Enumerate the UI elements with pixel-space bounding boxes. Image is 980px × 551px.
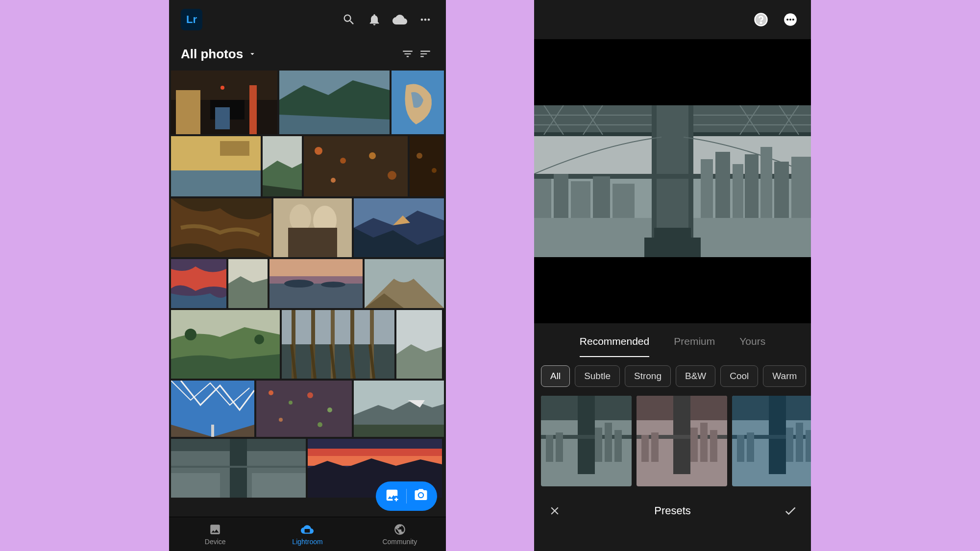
svg-rect-50 xyxy=(211,425,214,437)
svg-rect-10 xyxy=(171,170,261,196)
photo-tile[interactable] xyxy=(270,259,363,308)
svg-rect-125 xyxy=(641,435,649,462)
svg-rect-126 xyxy=(651,432,659,462)
search-icon[interactable] xyxy=(340,11,358,28)
nav-label: Community xyxy=(382,538,417,546)
svg-point-54 xyxy=(307,392,313,398)
svg-point-21 xyxy=(432,168,437,173)
svg-rect-113 xyxy=(595,428,602,462)
svg-point-39 xyxy=(185,329,196,340)
tab-premium[interactable]: Premium xyxy=(674,327,715,356)
svg-rect-114 xyxy=(605,423,612,462)
svg-point-15 xyxy=(340,158,346,164)
svg-rect-59 xyxy=(354,425,444,437)
nav-community[interactable]: Community xyxy=(354,517,446,551)
chip-bw[interactable]: B&W xyxy=(676,365,715,387)
photo-preview[interactable] xyxy=(534,39,811,323)
svg-point-74 xyxy=(786,19,788,21)
photo-tile[interactable] xyxy=(273,198,352,257)
svg-rect-51 xyxy=(256,381,352,437)
chevron-down-icon xyxy=(248,49,257,58)
preset-thumb[interactable] xyxy=(732,396,811,486)
svg-rect-116 xyxy=(546,435,553,462)
preset-tabs: Recommended Premium Yours xyxy=(534,323,811,359)
svg-rect-104 xyxy=(554,174,568,218)
svg-rect-123 xyxy=(700,423,708,462)
svg-rect-108 xyxy=(644,238,701,257)
filter-icon[interactable] xyxy=(399,45,416,63)
cloud-icon[interactable] xyxy=(391,11,409,28)
more-icon[interactable] xyxy=(416,11,434,28)
chip-warm[interactable]: Warm xyxy=(763,365,806,387)
svg-rect-117 xyxy=(556,432,563,462)
svg-rect-103 xyxy=(534,179,551,218)
photo-tile[interactable] xyxy=(171,310,280,379)
svg-point-18 xyxy=(331,178,336,183)
photo-tile[interactable] xyxy=(354,198,444,257)
camera-icon[interactable] xyxy=(414,488,428,504)
svg-rect-19 xyxy=(410,136,444,196)
svg-point-56 xyxy=(279,418,283,422)
photo-tile[interactable] xyxy=(279,71,390,134)
chip-subtle[interactable]: Subtle xyxy=(575,365,620,387)
photo-tile[interactable] xyxy=(171,439,306,498)
photo-tile[interactable] xyxy=(263,136,302,196)
chip-strong[interactable]: Strong xyxy=(625,365,671,387)
svg-point-57 xyxy=(318,422,322,427)
import-icon[interactable] xyxy=(385,488,399,504)
svg-rect-135 xyxy=(747,432,754,462)
photo-tile[interactable] xyxy=(171,198,271,257)
photo-tile[interactable] xyxy=(171,136,261,196)
svg-rect-101 xyxy=(774,162,789,218)
album-selector[interactable]: All photos xyxy=(181,47,257,62)
svg-point-55 xyxy=(327,407,332,412)
add-fab[interactable] xyxy=(376,481,437,511)
more-icon[interactable] xyxy=(782,11,799,28)
app-logo[interactable]: Lr xyxy=(181,9,202,30)
svg-point-16 xyxy=(369,152,376,159)
photo-tile[interactable] xyxy=(171,259,226,308)
confirm-icon[interactable] xyxy=(782,502,799,520)
svg-point-53 xyxy=(289,401,293,405)
notifications-icon[interactable] xyxy=(366,11,383,28)
svg-rect-97 xyxy=(715,152,730,218)
svg-rect-134 xyxy=(737,435,744,462)
preset-thumb[interactable] xyxy=(541,396,632,486)
photo-tile[interactable] xyxy=(365,259,444,308)
svg-rect-64 xyxy=(171,473,220,498)
photo-tile[interactable] xyxy=(282,310,394,379)
nav-device[interactable]: Device xyxy=(169,517,261,551)
preset-thumb[interactable] xyxy=(637,396,727,486)
svg-rect-96 xyxy=(701,159,713,218)
svg-point-14 xyxy=(315,147,322,155)
svg-rect-107 xyxy=(612,184,635,218)
sort-icon[interactable] xyxy=(416,45,434,63)
photo-tile[interactable] xyxy=(354,381,444,437)
svg-point-72 xyxy=(760,22,762,24)
tab-yours[interactable]: Yours xyxy=(739,327,765,356)
photo-tile[interactable] xyxy=(256,381,352,437)
svg-rect-6 xyxy=(249,85,257,134)
photo-tile[interactable] xyxy=(228,259,268,308)
chip-all[interactable]: All xyxy=(541,365,570,387)
photo-tile[interactable] xyxy=(171,381,254,437)
svg-rect-65 xyxy=(252,473,306,498)
svg-point-4 xyxy=(220,86,224,90)
svg-rect-124 xyxy=(710,430,717,462)
svg-rect-63 xyxy=(171,466,306,468)
nav-lightroom[interactable]: Lightroom xyxy=(261,517,353,551)
svg-point-76 xyxy=(792,19,794,21)
svg-rect-34 xyxy=(270,284,363,308)
svg-rect-133 xyxy=(806,430,811,462)
help-icon[interactable] xyxy=(752,11,770,28)
close-icon[interactable] xyxy=(546,502,564,520)
tab-recommended[interactable]: Recommended xyxy=(580,327,649,356)
photo-tile[interactable] xyxy=(410,136,444,196)
photo-tile[interactable] xyxy=(392,71,444,134)
svg-rect-11 xyxy=(220,141,249,156)
photo-tile[interactable] xyxy=(396,310,442,379)
photo-tile[interactable] xyxy=(171,71,277,134)
photo-tile[interactable] xyxy=(304,136,408,196)
photo-grid[interactable] xyxy=(169,69,446,517)
chip-cool[interactable]: Cool xyxy=(720,365,758,387)
